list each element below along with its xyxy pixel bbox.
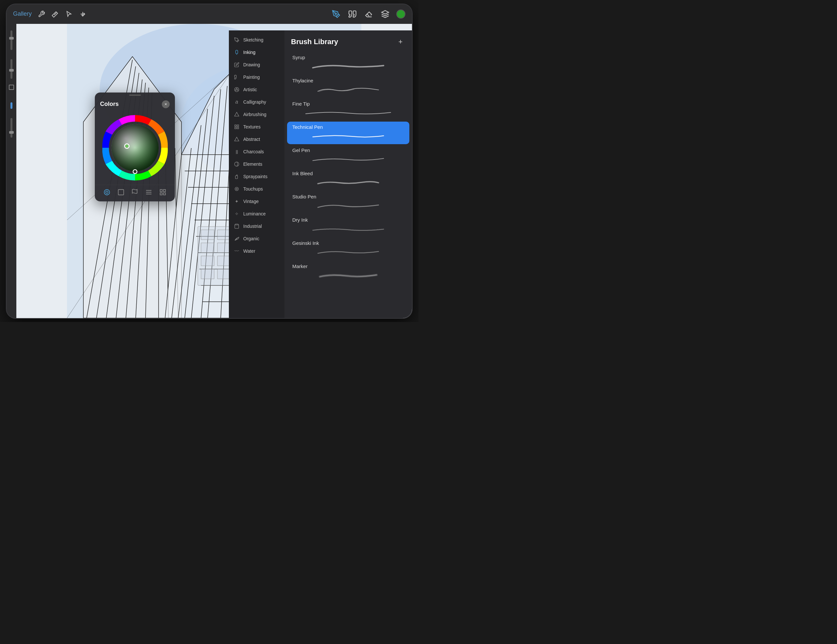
calligraphy-icon: a [233, 99, 240, 105]
brush-item-fine-tip[interactable]: Fine Tip [287, 98, 409, 121]
size-slider[interactable] [10, 59, 12, 79]
category-drawing[interactable]: Drawing [229, 59, 284, 71]
svg-point-96 [104, 189, 110, 195]
toolbar-right [331, 9, 405, 19]
brush-name-syrup: Syrup [292, 55, 404, 60]
category-water[interactable]: 〰 Water [229, 245, 284, 257]
selection-icon[interactable] [64, 10, 74, 19]
category-painting[interactable]: Painting [229, 71, 284, 84]
color-swatch[interactable] [396, 10, 405, 19]
color-tab-palette[interactable] [144, 188, 153, 197]
industrial-icon [233, 223, 240, 229]
category-spraypaints[interactable]: Spraypaints [229, 170, 284, 183]
svg-point-77 [237, 90, 238, 90]
svg-point-86 [236, 188, 237, 190]
add-brush-button[interactable]: + [396, 37, 405, 47]
brush-item-studio-pen[interactable]: Studio Pen [287, 191, 409, 214]
svg-rect-62 [217, 256, 230, 266]
svg-point-97 [106, 191, 108, 193]
sidebar-undo-icon[interactable] [9, 85, 14, 90]
svg-rect-66 [217, 269, 230, 279]
category-vintage[interactable]: ✦ Vintage [229, 195, 284, 208]
brush-item-gel-pen[interactable]: Gel Pen [287, 145, 409, 167]
brush-item-gesinski-ink[interactable]: Gesinski Ink [287, 238, 409, 260]
wrench-icon[interactable] [37, 10, 46, 19]
category-abstract[interactable]: Abstract [229, 133, 284, 146]
svg-rect-82 [237, 127, 239, 129]
category-elements[interactable]: Elements [229, 158, 284, 170]
sidebar-toggle-icon[interactable] [10, 102, 12, 109]
category-organic[interactable]: Organic [229, 233, 284, 245]
brush-library-panel: Sketching Inking Drawing Painting [229, 30, 412, 318]
brush-preview-syrup [292, 62, 404, 71]
svg-marker-78 [235, 112, 239, 116]
brush-name-marker: Marker [292, 264, 404, 269]
svg-rect-65 [201, 269, 214, 279]
opacity-slider[interactable] [10, 30, 12, 50]
layers-tool-icon[interactable] [380, 9, 391, 19]
abstract-icon [233, 136, 240, 143]
brush-preview-studio-pen [292, 202, 404, 211]
color-tab-sliders[interactable] [130, 188, 139, 197]
brush-item-ink-bleed[interactable]: Ink Bleed [287, 168, 409, 190]
svg-point-92 [112, 124, 159, 171]
category-airbrushing[interactable]: Airbrushing [229, 108, 284, 121]
brush-item-dry-ink[interactable]: Dry Ink [287, 215, 409, 237]
opacity-slider-container[interactable] [10, 30, 12, 50]
category-luminance[interactable]: ✧ Luminance [229, 208, 284, 220]
brush-library-title: Brush Library [291, 38, 338, 46]
eraser-tool-icon[interactable] [364, 9, 374, 19]
svg-rect-81 [235, 127, 236, 129]
category-calligraphy[interactable]: a Calligraphy [229, 96, 284, 108]
extra-slider[interactable] [10, 118, 12, 138]
colors-close-button[interactable]: × [162, 100, 170, 108]
color-tab-wheel[interactable] [102, 188, 112, 197]
brush-preview-dry-ink [292, 224, 404, 234]
svg-rect-85 [235, 175, 238, 179]
brush-list: Brush Library + Syrup Thylacine [284, 30, 412, 318]
inking-icon [233, 49, 240, 56]
pen-tool-icon[interactable] [331, 9, 341, 19]
spraypaints-icon [233, 173, 240, 180]
svg-rect-98 [118, 189, 124, 195]
left-sidebar [7, 24, 16, 318]
category-touchups[interactable]: Touchups [229, 183, 284, 195]
color-tab-grid[interactable] [158, 188, 167, 197]
color-wheel-container[interactable] [95, 111, 175, 185]
extra-slider-container[interactable] [10, 118, 12, 138]
size-slider-container[interactable] [10, 59, 12, 79]
brush-name-dry-ink: Dry Ink [292, 217, 404, 223]
brush-item-marker[interactable]: Marker [287, 261, 409, 283]
colors-title: Colors [100, 101, 119, 108]
brush-item-technical-pen[interactable]: Technical Pen [287, 121, 409, 144]
brush-preview-fine-tip [292, 108, 404, 118]
organic-icon [233, 235, 240, 242]
elements-icon [233, 161, 240, 167]
category-sketching[interactable]: Sketching [229, 34, 284, 46]
svg-marker-4 [382, 10, 389, 14]
svg-rect-104 [160, 193, 162, 195]
brush-item-thylacine[interactable]: Thylacine [287, 75, 409, 98]
category-industrial[interactable]: Industrial [229, 220, 284, 233]
category-inking[interactable]: Inking [229, 46, 284, 59]
color-tab-square[interactable] [117, 188, 126, 197]
svg-rect-103 [164, 189, 166, 191]
magic-icon[interactable] [51, 10, 60, 19]
gallery-button[interactable]: Gallery [13, 10, 32, 17]
svg-rect-79 [235, 125, 236, 126]
colors-tabs [95, 185, 175, 202]
brush-name-fine-tip: Fine Tip [292, 101, 404, 107]
brush-tool-icon[interactable] [347, 9, 358, 19]
color-wheel[interactable] [101, 113, 169, 182]
category-textures[interactable]: Textures [229, 121, 284, 133]
svg-point-75 [236, 88, 237, 89]
transform-icon[interactable] [78, 10, 87, 19]
brush-name-technical-pen: Technical Pen [292, 124, 404, 130]
category-artistic[interactable]: Artistic [229, 84, 284, 96]
brush-list-header: Brush Library + [284, 34, 412, 52]
artistic-icon [233, 86, 240, 93]
brush-item-syrup[interactable]: Syrup [287, 52, 409, 75]
toolbar-icons [37, 10, 87, 19]
category-charcoals[interactable]: ||| Charcoals [229, 146, 284, 158]
svg-point-76 [235, 90, 236, 90]
